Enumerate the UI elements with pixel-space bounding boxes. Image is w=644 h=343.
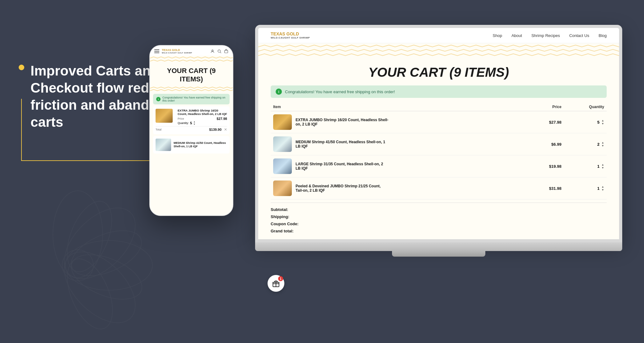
laptop-stand xyxy=(392,251,485,257)
table-row: Peeled & Deveined JUMBO Shrimp 21/25 Cou… xyxy=(271,177,607,199)
phone-item1-total-row: Total $139.90 ✕ xyxy=(156,126,227,132)
connector-line xyxy=(21,99,155,161)
summary-shipping: Shipping: xyxy=(271,213,607,220)
item3-qty-arrows[interactable]: ▲ ▼ xyxy=(601,163,604,170)
summary-subtotal: Subtotal: xyxy=(271,206,607,213)
phone-cart-item-1: EXTRA JUMBO Shrimp 16/20 Count, Headless… xyxy=(153,106,230,134)
svg-point-5 xyxy=(58,195,121,278)
svg-point-4 xyxy=(62,250,93,281)
svg-point-1 xyxy=(51,195,148,292)
svg-point-2 xyxy=(65,240,152,290)
phone-wave xyxy=(150,56,233,64)
phone-cart-item-2: MEDIUM Shrimp 41/50 Count, Headless Shel… xyxy=(153,136,230,153)
nav-link-recipes[interactable]: Shrimp Recipes xyxy=(531,33,560,38)
phone-qty-arrows[interactable]: ▲ ▼ xyxy=(193,121,195,125)
item4-img xyxy=(273,181,292,196)
phone-brand-logo: TEXAS GOLD WILD-CAUGHT GULF SHRIMP xyxy=(162,49,192,54)
summary-grand-total: Grand total: xyxy=(271,227,607,235)
laptop-screen: TEXAS GOLD WILD-CAUGHT GULF SHRIMP Shop … xyxy=(255,25,622,242)
item3-qty: 1 ▲ ▼ xyxy=(567,163,604,170)
laptop-nav-links: Shop About Shrimp Recipes Contact Us Blo… xyxy=(493,33,607,38)
svg-point-0 xyxy=(53,191,103,278)
laptop-shipping-banner: i Congratulations! You have earned free … xyxy=(271,85,607,98)
phone-item2-name: MEDIUM Shrimp 41/50 Count, Headless Shel… xyxy=(174,141,227,149)
laptop-mockup: TEXAS GOLD WILD-CAUGHT GULF SHRIMP Shop … xyxy=(255,25,622,261)
table-row: MEDIUM Shrimp 41/50 Count, Headless Shel… xyxy=(271,133,607,155)
laptop-shipping-text: Congratulations! You have earned free sh… xyxy=(285,89,395,94)
phone-screen: TEXAS GOLD WILD-CAUGHT GULF SHRIMP xyxy=(150,46,233,215)
item2-qty: 2 ▲ ▼ xyxy=(567,141,604,148)
laptop-cart-content: i Congratulations! You have earned free … xyxy=(258,85,619,239)
laptop-base xyxy=(255,242,622,251)
svg-point-3 xyxy=(51,239,148,336)
summary-coupon: Coupon Code: xyxy=(271,220,607,227)
svg-rect-12 xyxy=(225,50,228,53)
item1-qty: 5 ▲ ▼ xyxy=(567,119,604,126)
item3-img xyxy=(273,158,292,174)
search-icon xyxy=(217,49,222,53)
laptop-header-area: YOUR CART (9 ITEMS) xyxy=(258,43,619,85)
phone-shipping-icon: i xyxy=(156,97,161,101)
user-icon xyxy=(210,49,215,53)
item1-price: $27.98 xyxy=(530,120,561,125)
col-price: Price xyxy=(527,103,564,111)
phone-item2-img xyxy=(156,139,171,151)
laptop-shipping-icon: i xyxy=(276,89,282,95)
phone-item1-name: EXTRA JUMBO Shrimp 16/20 Count, Headless… xyxy=(178,109,227,116)
item4-price: $31.98 xyxy=(530,186,561,191)
nav-link-contact[interactable]: Contact Us xyxy=(569,33,589,38)
item1-name: EXTRA JUMBO Shrimp 16/20 Count, Headless… xyxy=(296,118,389,126)
svg-point-10 xyxy=(218,50,220,53)
item-cell-1: EXTRA JUMBO Shrimp 16/20 Count, Headless… xyxy=(273,114,525,130)
item2-qty-arrows[interactable]: ▲ ▼ xyxy=(601,141,604,148)
nav-link-blog[interactable]: Blog xyxy=(599,33,607,38)
phone-nav: TEXAS GOLD WILD-CAUGHT GULF SHRIMP xyxy=(150,46,233,56)
phone-cart-title: YOUR CART (9 ITEMS) xyxy=(150,64,233,86)
svg-point-9 xyxy=(212,50,213,52)
phone-nav-icons xyxy=(210,49,228,53)
item2-price: $6.99 xyxy=(530,142,561,147)
item2-name: MEDIUM Shrimp 41/50 Count, Headless Shel… xyxy=(296,140,389,149)
item1-qty-arrows[interactable]: ▲ ▼ xyxy=(601,119,604,126)
nav-link-shop[interactable]: Shop xyxy=(493,33,502,38)
item4-qty: 1 ▲ ▼ xyxy=(567,185,604,192)
laptop-wave xyxy=(258,43,619,59)
item4-qty-arrows[interactable]: ▲ ▼ xyxy=(601,185,604,192)
phone-item1-price-row: Price $27.98 xyxy=(178,117,227,121)
phone-item1-qty-row: Quantity: 5 ▲ ▼ xyxy=(178,121,227,125)
item3-price: $19.98 xyxy=(530,164,561,169)
phone-wave2 xyxy=(150,86,233,92)
item4-name: Peeled & Deveined JUMBO Shrimp 21/25 Cou… xyxy=(296,184,389,193)
laptop-nav: TEXAS GOLD WILD-CAUGHT GULF SHRIMP Shop … xyxy=(258,28,619,43)
phone-remove-btn[interactable]: ✕ xyxy=(224,127,227,132)
cart-table: Item Price Quantity EXTRA JUMBO Shrimp 1… xyxy=(271,103,607,199)
cart-summary: Subtotal: Shipping: Coupon Code: Grand t… xyxy=(271,203,607,235)
gift-badge-count: 1 xyxy=(278,276,283,281)
laptop-logo: TEXAS GOLD WILD-CAUGHT GULF SHRIMP xyxy=(271,32,310,39)
laptop-screen-inner: TEXAS GOLD WILD-CAUGHT GULF SHRIMP Shop … xyxy=(258,28,619,239)
phone-shipping-text: Congratulations! You have earned free sh… xyxy=(162,96,226,102)
table-row: LARGE Shrimp 31/35 Count, Headless Shell… xyxy=(271,155,607,177)
col-item: Item xyxy=(271,103,527,111)
phone-brand-tagline: WILD-CAUGHT GULF SHRIMP xyxy=(162,52,192,54)
phone-shipping-banner: i Congratulations! You have earned free … xyxy=(153,94,230,104)
nav-link-about[interactable]: About xyxy=(511,33,522,38)
item-cell-3: LARGE Shrimp 31/35 Count, Headless Shell… xyxy=(273,158,525,174)
col-quantity: Quantity xyxy=(564,103,607,111)
phone-mockup: TEXAS GOLD WILD-CAUGHT GULF SHRIMP xyxy=(149,45,233,216)
item-cell-4: Peeled & Deveined JUMBO Shrimp 21/25 Cou… xyxy=(273,181,525,196)
svg-line-11 xyxy=(220,52,221,53)
item2-img xyxy=(273,136,292,152)
item-cell-2: MEDIUM Shrimp 41/50 Count, Headless Shel… xyxy=(273,136,525,152)
phone-item1-img xyxy=(156,109,173,123)
bullet-dot xyxy=(19,65,24,70)
table-row: EXTRA JUMBO Shrimp 16/20 Count, Headless… xyxy=(271,111,607,133)
gift-badge[interactable]: 1 xyxy=(268,275,284,292)
item1-img xyxy=(273,114,292,130)
laptop-cart-title: YOUR CART (9 ITEMS) xyxy=(258,59,619,83)
item3-name: LARGE Shrimp 31/35 Count, Headless Shell… xyxy=(296,162,389,171)
cart-icon xyxy=(224,49,228,53)
bg-flower-decoration xyxy=(0,188,156,343)
